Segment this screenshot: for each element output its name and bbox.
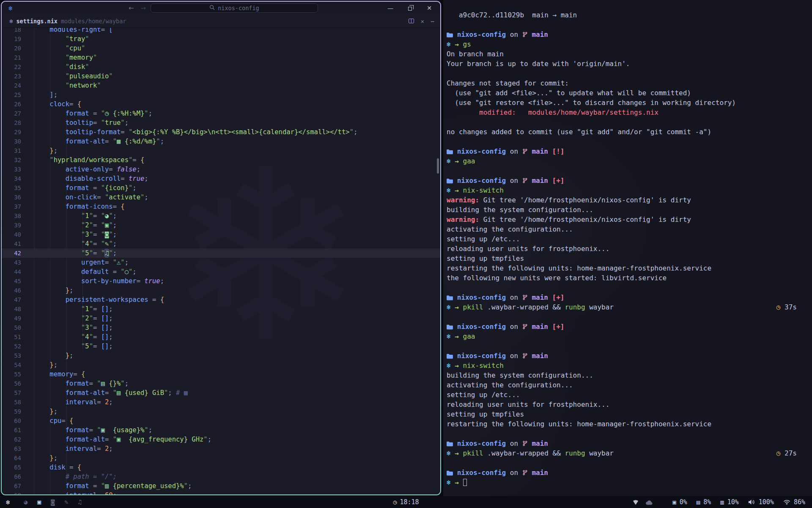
code-line[interactable]: 64 };: [2, 453, 440, 463]
terminal-line: (use "git add <file>..." to update what …: [447, 88, 797, 98]
code-line[interactable]: 41 "4"= "✎";: [2, 239, 440, 248]
more-options-icon[interactable]: ⋯: [431, 18, 434, 25]
disk-module[interactable]: ▥10%: [720, 498, 739, 506]
code-line[interactable]: 18 modules-right= [: [2, 28, 440, 34]
code-line[interactable]: 56 format= "▤ {}%";: [2, 379, 440, 388]
module-value: 10%: [727, 498, 739, 506]
code-line[interactable]: 31 };: [2, 146, 440, 155]
code-line[interactable]: 43 urgent= "⚠";: [2, 258, 440, 267]
code-editor[interactable]: ❄ 18 modules-right= [19 "tray"20 "cpu"21…: [2, 28, 440, 494]
code-line[interactable]: 65 disk = {: [2, 463, 440, 472]
module-value: 100%: [759, 498, 774, 506]
signal-icon[interactable]: [633, 498, 639, 506]
git-branch-icon: [522, 177, 528, 185]
code-line[interactable]: 39 "2"= "▣";: [2, 221, 440, 230]
code-line[interactable]: 63 interval= 2;: [2, 444, 440, 453]
terminal-window[interactable]: a9c0c72..d11029b main → main nixos-confi…: [443, 0, 812, 496]
terminal-line: no changes added to commit (use "git add…: [447, 127, 797, 137]
code-line[interactable]: 34 disable-scroll= true;: [2, 174, 440, 183]
code-line[interactable]: 59 };: [2, 407, 440, 416]
code-line[interactable]: 46 };: [2, 286, 440, 295]
code-line[interactable]: 40 "3"= "◙";: [2, 230, 440, 239]
code-line[interactable]: 45 sort-by-number= true;: [2, 276, 440, 286]
code-line[interactable]: 27 format = "◷ {:%H:%M}";: [2, 109, 440, 118]
code-line[interactable]: 19 "tray": [2, 34, 440, 44]
minimize-button[interactable]: —: [387, 5, 394, 11]
line-number: 35: [2, 183, 21, 193]
code-line[interactable]: 36 on-click= "activate";: [2, 193, 440, 202]
code-line[interactable]: 29 tooltip-format= "<big>{:%Y %B}</big>\…: [2, 127, 440, 137]
line-number: 32: [2, 155, 21, 165]
ram-module[interactable]: ▤8%: [697, 498, 711, 506]
nix-snowflake-icon: ❄: [447, 362, 451, 370]
code-line[interactable]: 52 "5"= [];: [2, 342, 440, 351]
wifi-module[interactable]: 86%: [783, 498, 805, 506]
code-line[interactable]: 33 active-only= false;: [2, 165, 440, 174]
code-line[interactable]: 57 format-alt= "▤ {used} GiB"; # ▩: [2, 388, 440, 398]
close-tab-icon[interactable]: ✕: [421, 18, 424, 25]
nav-forward-icon[interactable]: →: [141, 4, 146, 12]
code-line[interactable]: 66 # path = "/";: [2, 472, 440, 481]
line-number: 67: [2, 481, 21, 491]
code-line[interactable]: 49 "2"= [];: [2, 314, 440, 323]
folder-icon: [447, 177, 453, 185]
code-line[interactable]: 62 format-alt= "▣ {avg_frequency} GHz";: [2, 435, 440, 444]
search-icon: [209, 5, 215, 11]
line-number: 61: [2, 425, 21, 435]
line-number: 25: [2, 90, 21, 99]
line-number: 21: [2, 53, 21, 62]
code-line[interactable]: 55 memory= {: [2, 370, 440, 379]
scrollbar-marker[interactable]: [437, 158, 439, 174]
volume-module[interactable]: 100%: [748, 498, 774, 506]
code-line[interactable]: 61 format= "▣ {usage}%";: [2, 425, 440, 435]
launcher-nixos-icon[interactable]: ❄: [6, 498, 10, 506]
code-line[interactable]: 67 format = "▥ {percentage_used}%";: [2, 481, 440, 491]
code-line[interactable]: 28 tooltip= "true";: [2, 118, 440, 127]
code-line[interactable]: 51 "4"= [];: [2, 332, 440, 342]
terminal-line: restarting the following units: home-man…: [447, 263, 797, 273]
cpu-module[interactable]: ▣0%: [672, 498, 687, 506]
split-pane-icon[interactable]: [409, 19, 414, 23]
terminal-cursor: [463, 479, 467, 486]
workspace-firefox-icon[interactable]: ◕: [22, 498, 30, 506]
code-line[interactable]: 30 format-alt= "▦ {:%d/%m}";: [2, 137, 440, 146]
code-line[interactable]: 53 };: [2, 351, 440, 360]
code-line[interactable]: 35 format = "{icon}";: [2, 183, 440, 193]
code-line[interactable]: 26 clock= {: [2, 99, 440, 109]
code-line[interactable]: 68 interval= 60;: [2, 491, 440, 494]
workspace-terminal-icon[interactable]: ▣: [36, 498, 43, 506]
code-line[interactable]: 37 format-icons= {: [2, 202, 440, 211]
tab-file-name: settings.nix: [16, 18, 58, 25]
line-number: 27: [2, 109, 21, 118]
code-line[interactable]: 47 persistent-workspaces = {: [2, 295, 440, 304]
code-line[interactable]: 22 "disk": [2, 62, 440, 72]
terminal-line: [447, 341, 797, 351]
terminal-line: [447, 69, 797, 78]
code-line[interactable]: 42 "5"= "♫";: [2, 248, 440, 258]
code-line[interactable]: 54 };: [2, 360, 440, 370]
workspace-discord-icon[interactable]: ◙: [49, 498, 57, 506]
code-line[interactable]: 60 cpu= {: [2, 416, 440, 425]
code-line[interactable]: 44 default = "○";: [2, 267, 440, 276]
nix-file-icon: ❄: [9, 18, 13, 25]
restore-button[interactable]: [406, 5, 413, 11]
code-line[interactable]: 24 "network": [2, 81, 440, 90]
code-line[interactable]: 21 "memory": [2, 53, 440, 62]
code-line[interactable]: 50 "3"= [];: [2, 323, 440, 332]
cloud-icon[interactable]: [645, 498, 653, 506]
code-line[interactable]: 38 "1"= "◕";: [2, 211, 440, 221]
code-line[interactable]: 58 interval= 2;: [2, 398, 440, 407]
workspace-music-icon[interactable]: ♫: [76, 498, 84, 506]
code-line[interactable]: 23 "pulseaudio": [2, 72, 440, 81]
code-line[interactable]: 32 "hyprland/workspaces"= {: [2, 155, 440, 165]
tab-settings-nix[interactable]: ❄ settings.nix modules/home/waybar: [9, 18, 126, 25]
nav-back-icon[interactable]: ←: [129, 4, 134, 12]
code-line[interactable]: 25 ];: [2, 90, 440, 99]
project-search-input[interactable]: nixos-config: [151, 3, 318, 13]
workspace-notes-icon[interactable]: ✎: [63, 498, 70, 506]
code-line[interactable]: 48 "1"= [];: [2, 304, 440, 314]
terminal-line: nixos-config on main: [447, 468, 797, 478]
terminal-line: ❄ → gs: [447, 39, 797, 49]
code-line[interactable]: 20 "cpu": [2, 44, 440, 53]
close-window-button[interactable]: ✕: [426, 5, 433, 11]
